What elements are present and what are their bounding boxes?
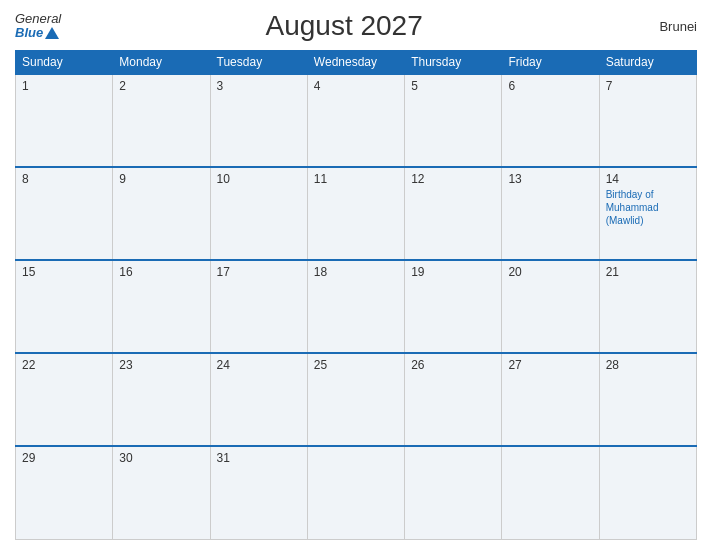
calendar-day-cell: 29	[16, 446, 113, 539]
day-number: 3	[217, 79, 301, 93]
calendar-day-cell: 1	[16, 74, 113, 167]
holiday-label: Birthday of Muhammad (Mawlid)	[606, 188, 690, 227]
day-number: 10	[217, 172, 301, 186]
calendar-day-cell: 26	[405, 353, 502, 446]
day-number: 11	[314, 172, 398, 186]
weekday-header: Thursday	[405, 51, 502, 75]
day-number: 19	[411, 265, 495, 279]
calendar-day-cell: 8	[16, 167, 113, 260]
month-title: August 2027	[61, 10, 627, 42]
calendar-day-cell: 11	[307, 167, 404, 260]
day-number: 30	[119, 451, 203, 465]
logo: General Blue	[15, 12, 61, 40]
calendar-day-cell: 20	[502, 260, 599, 353]
day-number: 5	[411, 79, 495, 93]
day-number: 24	[217, 358, 301, 372]
calendar-day-cell: 9	[113, 167, 210, 260]
weekday-header: Saturday	[599, 51, 696, 75]
weekday-header: Wednesday	[307, 51, 404, 75]
calendar-day-cell: 16	[113, 260, 210, 353]
calendar-day-cell	[307, 446, 404, 539]
calendar-day-cell: 17	[210, 260, 307, 353]
calendar-header: General Blue August 2027 Brunei	[15, 10, 697, 42]
calendar-day-cell: 13	[502, 167, 599, 260]
country-label: Brunei	[627, 19, 697, 34]
calendar-day-cell: 15	[16, 260, 113, 353]
calendar-day-cell: 3	[210, 74, 307, 167]
day-number: 1	[22, 79, 106, 93]
day-number: 8	[22, 172, 106, 186]
calendar-day-cell: 19	[405, 260, 502, 353]
logo-triangle-icon	[45, 27, 59, 39]
calendar-day-cell: 25	[307, 353, 404, 446]
calendar-day-cell: 5	[405, 74, 502, 167]
day-number: 27	[508, 358, 592, 372]
day-number: 29	[22, 451, 106, 465]
day-number: 14	[606, 172, 690, 186]
day-number: 13	[508, 172, 592, 186]
calendar-day-cell: 21	[599, 260, 696, 353]
day-number: 25	[314, 358, 398, 372]
weekday-header: Sunday	[16, 51, 113, 75]
day-number: 4	[314, 79, 398, 93]
day-number: 26	[411, 358, 495, 372]
calendar-day-cell: 28	[599, 353, 696, 446]
calendar-day-cell: 30	[113, 446, 210, 539]
calendar-day-cell	[599, 446, 696, 539]
day-number: 16	[119, 265, 203, 279]
calendar-week-row: 22232425262728	[16, 353, 697, 446]
calendar-body: 1234567891011121314Birthday of Muhammad …	[16, 74, 697, 540]
calendar-day-cell: 27	[502, 353, 599, 446]
day-number: 20	[508, 265, 592, 279]
day-number: 17	[217, 265, 301, 279]
calendar-day-cell: 23	[113, 353, 210, 446]
calendar-week-row: 1234567	[16, 74, 697, 167]
day-number: 9	[119, 172, 203, 186]
calendar-day-cell	[405, 446, 502, 539]
logo-general-text: General	[15, 12, 61, 25]
calendar-day-cell: 2	[113, 74, 210, 167]
day-number: 7	[606, 79, 690, 93]
calendar-day-cell: 10	[210, 167, 307, 260]
calendar-day-cell: 18	[307, 260, 404, 353]
calendar-day-cell: 31	[210, 446, 307, 539]
calendar-day-cell: 7	[599, 74, 696, 167]
calendar-week-row: 293031	[16, 446, 697, 539]
day-number: 31	[217, 451, 301, 465]
calendar-day-cell	[502, 446, 599, 539]
calendar-day-cell: 24	[210, 353, 307, 446]
weekday-header: Friday	[502, 51, 599, 75]
day-number: 23	[119, 358, 203, 372]
day-number: 22	[22, 358, 106, 372]
day-number: 18	[314, 265, 398, 279]
day-number: 28	[606, 358, 690, 372]
weekday-header: Monday	[113, 51, 210, 75]
day-number: 15	[22, 265, 106, 279]
calendar-week-row: 891011121314Birthday of Muhammad (Mawlid…	[16, 167, 697, 260]
calendar-day-cell: 4	[307, 74, 404, 167]
weekday-header: Tuesday	[210, 51, 307, 75]
calendar-week-row: 15161718192021	[16, 260, 697, 353]
logo-blue-text: Blue	[15, 25, 59, 40]
day-number: 12	[411, 172, 495, 186]
calendar-day-cell: 22	[16, 353, 113, 446]
calendar-table: SundayMondayTuesdayWednesdayThursdayFrid…	[15, 50, 697, 540]
day-number: 21	[606, 265, 690, 279]
calendar-header-row: SundayMondayTuesdayWednesdayThursdayFrid…	[16, 51, 697, 75]
calendar-day-cell: 12	[405, 167, 502, 260]
calendar-day-cell: 6	[502, 74, 599, 167]
day-number: 2	[119, 79, 203, 93]
calendar-day-cell: 14Birthday of Muhammad (Mawlid)	[599, 167, 696, 260]
day-number: 6	[508, 79, 592, 93]
